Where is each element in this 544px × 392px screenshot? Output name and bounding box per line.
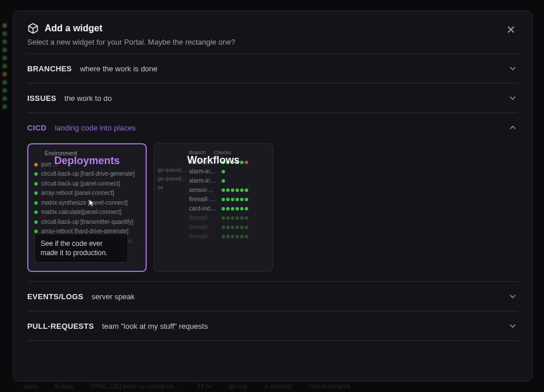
section-eventslogs: EVENTS/LOGS server speak [27,281,518,311]
section-tagline: landing code into places [55,124,136,132]
chevron-down-icon [507,321,518,331]
modal-subtitle: Select a new widget for your Portal. May… [27,38,235,46]
section-cicd: CICD landing code into places Environmen… [27,112,518,281]
deployment-row: circuit-back-up [transmitter-quantify] [34,217,140,227]
section-name: EVENTS/LOGS [27,292,84,301]
chevron-down-icon [507,291,518,302]
card-tooltip: See if the code ever made it to producti… [34,234,128,263]
workflow-row: firewall… [189,233,267,239]
workflow-row: firewall-… [189,196,267,202]
section-tagline: team "look at my stuff" requests [102,322,208,331]
add-widget-modal: Add a widget Select a new widget for you… [13,10,532,382]
workflow-row: firewall… [189,224,267,230]
card-title: Deployments [54,155,119,166]
cursor-pointer-icon [86,199,96,209]
section-name: BRANCHES [27,64,72,73]
chevron-down-icon [507,63,518,74]
deployment-row: circuit-back-up [panel-connect] [34,179,140,189]
cube-icon [27,23,39,34]
widget-card-deployments[interactable]: Environment port ...circuit-back-up [har… [27,143,147,272]
section-header-pullrequests[interactable]: PULL-REQUESTS team "look at my stuff" re… [27,321,518,331]
section-header-cicd[interactable]: CICD landing code into places [27,122,518,133]
section-header-issues[interactable]: ISSUES the work to do [27,93,518,103]
modal-title: Add a widget [45,23,103,34]
chevron-down-icon [507,93,518,103]
section-branches: BRANCHES where the work is done [27,53,518,83]
workflow-row: alarm-in… [189,168,267,175]
section-header-branches[interactable]: BRANCHES where the work is done [27,63,518,74]
close-icon [507,26,515,34]
workflow-row: sensor-… [189,187,267,193]
workflow-row: alarm-in… [189,177,267,184]
workflow-row: card-ind… [189,205,267,212]
section-header-eventslogs[interactable]: EVENTS/LOGS server speak [27,291,518,302]
chevron-up-icon [507,122,518,133]
section-tagline: server speak [92,292,135,301]
background-task-row: open 9 days [PNG-136] back up neural ca…… [0,383,544,390]
deployment-row: circuit-back-up [hard-drive-generate] [34,169,140,179]
workflow-row: firewall… [189,215,267,221]
section-name: PULL-REQUESTS [27,322,94,331]
card-title: Workflows [187,154,240,166]
section-tagline: where the work is done [80,64,158,73]
section-issues: ISSUES the work to do [27,83,518,112]
section-name: CICD [27,124,46,132]
section-name: ISSUES [27,94,56,103]
section-tagline: the work to do [64,94,112,103]
deployment-row: array-reboot [panel-connect] [34,188,140,198]
widget-card-workflows[interactable]: Branch Checks hard-dri…alarm-in…alarm-in… [154,143,273,272]
close-button[interactable] [504,23,518,37]
section-pullrequests: PULL-REQUESTS team "look at my stuff" re… [27,311,518,341]
